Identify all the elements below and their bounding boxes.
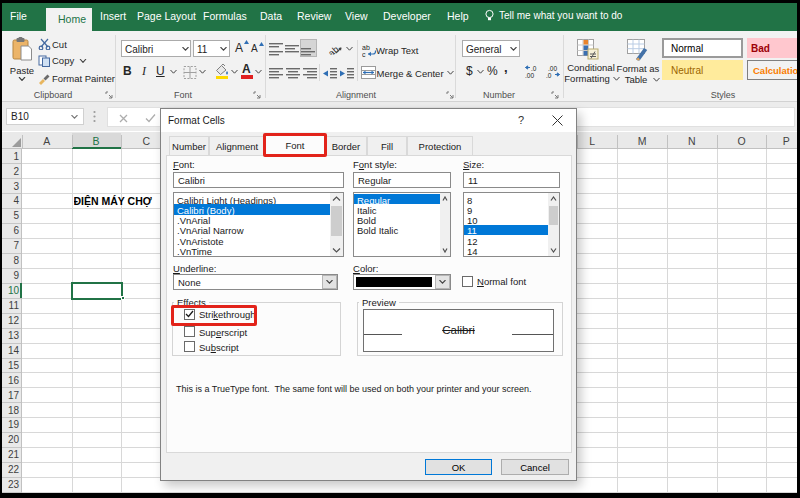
svg-text:.00: .00 (525, 72, 534, 79)
svg-text:.0: .0 (546, 72, 552, 79)
svg-text:c: c (362, 51, 366, 58)
svg-text:ab: ab (362, 44, 370, 51)
svg-text:ab: ab (327, 44, 341, 55)
